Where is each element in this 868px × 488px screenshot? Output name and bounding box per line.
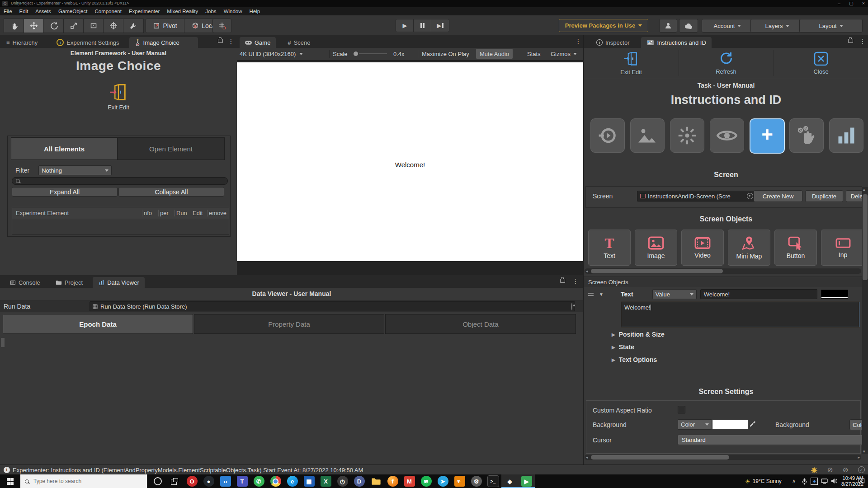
taskbar-app-firefox-icon[interactable]: f (384, 474, 401, 488)
menu-edit[interactable]: Edit (16, 9, 32, 14)
taskbar-app-clock-icon[interactable]: ◷ (334, 474, 351, 488)
tab-instructions-and-id[interactable]: Instructions and ID (641, 37, 711, 48)
drag-handle-icon[interactable] (588, 293, 594, 296)
lock-icon[interactable] (848, 39, 853, 43)
data-element-icon[interactable] (829, 118, 863, 153)
menu-experimenter[interactable]: Experimenter (125, 9, 163, 14)
preview-packages-button[interactable]: Preview Packages in Use (559, 19, 648, 32)
menu-window[interactable]: Window (220, 9, 246, 14)
kebab-menu-icon[interactable]: ⋮ (572, 277, 579, 285)
grid-snap-icon[interactable] (212, 19, 231, 33)
tab-game[interactable]: Game (240, 37, 276, 48)
stats-toggle[interactable]: Stats (527, 48, 541, 60)
visibility-element-icon[interactable] (710, 118, 744, 153)
background-color-swatch[interactable] (712, 420, 748, 429)
collapse-all-button[interactable]: Collapse All (118, 187, 224, 197)
value-mode-dropdown[interactable]: Value (652, 289, 697, 299)
create-new-button[interactable]: Create New (754, 190, 802, 202)
debugger-bug-icon[interactable] (811, 466, 818, 474)
tab-property-data[interactable]: Property Data (194, 314, 384, 334)
taskbar-app-teams-icon[interactable]: T (234, 474, 250, 488)
search-input[interactable] (33, 478, 134, 485)
kebab-menu-icon[interactable]: ⋮ (859, 38, 866, 45)
palette-scrollbar[interactable]: ◂ (585, 268, 861, 274)
foldout-position-size[interactable]: ▶Position & Size (612, 331, 665, 338)
account-dropdown[interactable]: Account (702, 19, 753, 33)
kebab-menu-icon[interactable]: ⋮ (228, 38, 234, 45)
taskbar-app-gmail-icon[interactable]: M (401, 474, 418, 488)
taskbar-app-settings-icon[interactable]: ⚙ (468, 474, 485, 488)
slider-thumb[interactable] (354, 52, 358, 56)
screen-object-field[interactable]: InstructionsAndID-Screen (Scre (637, 191, 756, 202)
enter-element-icon[interactable] (590, 118, 625, 153)
task-view-icon[interactable] (166, 474, 183, 488)
exit-edit-button[interactable]: Exit Edit (584, 49, 679, 77)
layers-dropdown[interactable]: Layers (750, 19, 804, 33)
taskbar-app-folder-icon[interactable] (368, 474, 384, 488)
tray-expand-icon[interactable]: ∧ (792, 478, 796, 484)
scroll-left-icon[interactable]: ◂ (586, 269, 588, 273)
scroll-left-icon[interactable]: ◂ (586, 455, 588, 460)
taskbar-app-rss-icon[interactable]: ᯤ (451, 474, 468, 488)
refresh-button[interactable]: Refresh (679, 49, 774, 77)
exit-edit-block[interactable]: Exit Edit (0, 82, 237, 111)
status-bar[interactable]: i Experimenter: Instructions and ID (Ele… (0, 465, 868, 475)
move-tool-icon[interactable] (24, 19, 44, 33)
eyedropper-icon[interactable] (749, 420, 756, 427)
taskbar-app-github-icon[interactable]: ● (200, 474, 217, 488)
text-color-swatch[interactable] (821, 290, 848, 299)
tab-scene[interactable]: # Scene (282, 37, 316, 48)
cache-disabled-icon[interactable]: ⊘ (827, 466, 833, 474)
menu-component[interactable]: Component (91, 9, 125, 14)
microphone-icon[interactable] (802, 478, 807, 485)
transform-tool-icon[interactable] (103, 19, 124, 33)
vertical-scrollbar-thumb[interactable] (1, 338, 5, 347)
scale-slider[interactable] (354, 48, 387, 60)
aspect-ratio-checkbox[interactable] (678, 406, 685, 413)
close-panel-button[interactable]: Close (774, 49, 868, 77)
kebab-menu-icon[interactable]: ⋮ (575, 38, 581, 45)
image-element-icon[interactable] (630, 118, 665, 153)
tab-image-choice[interactable]: Image Choice (129, 37, 198, 48)
foldout-text-options[interactable]: ▶Text Options (612, 356, 657, 363)
tab-open-element[interactable]: Open Element (117, 137, 225, 160)
minimize-button[interactable]: – (834, 0, 844, 7)
expand-all-button[interactable]: Expand All (12, 187, 118, 197)
collab-status-check-icon[interactable]: ✓ (858, 466, 865, 473)
pivot-toggle[interactable]: Pivot (146, 19, 184, 33)
taskbar-app-terminal-icon[interactable]: >_ (485, 474, 501, 488)
taskbar-app-game-icon[interactable]: ▶ (518, 474, 535, 488)
weather-widget[interactable]: ☀ 19°C Sunny (745, 474, 782, 488)
text-value-field[interactable]: Welcome! (700, 289, 817, 299)
taskbar-app-unity-icon[interactable]: ◈ (501, 474, 518, 488)
object-picker-icon[interactable] (747, 193, 753, 199)
taskbar-search[interactable] (20, 474, 147, 488)
scale-tool-icon[interactable] (63, 19, 84, 33)
lock-icon[interactable] (218, 39, 223, 43)
tab-hierarchy[interactable]: ≡ Hierarchy (1, 37, 43, 48)
close-button[interactable]: × (859, 0, 868, 7)
notification-center-icon[interactable] (858, 478, 865, 484)
element-search-input[interactable] (12, 177, 228, 185)
notifications-muted-icon[interactable]: ⊘ (843, 466, 849, 474)
taskbar-app-spotify-icon[interactable]: ≋ (418, 474, 434, 488)
palette-input-button[interactable]: Inp (821, 230, 865, 266)
taskbar-app-opera-icon[interactable]: O (184, 474, 200, 488)
maximize-button[interactable]: ▢ (846, 0, 856, 7)
play-button[interactable]: ▶ (396, 19, 414, 32)
tab-inspector[interactable]: i Inspector (591, 37, 635, 48)
collab-icon[interactable] (659, 19, 677, 33)
taskbar-app-discord-icon[interactable]: D (351, 474, 368, 488)
tab-project[interactable]: Project (50, 277, 88, 288)
cortana-icon[interactable] (149, 474, 166, 488)
tab-object-data[interactable]: Object Data (385, 314, 576, 334)
custom-tool-icon[interactable] (123, 19, 144, 33)
scroll-down-icon[interactable]: ▾ (863, 449, 865, 454)
onedrive-sync-icon[interactable] (811, 478, 818, 485)
taskbar-app-office-icon[interactable]: ▦ (301, 474, 317, 488)
foldout-open-icon[interactable]: ▼ (599, 292, 604, 297)
maximize-on-play-toggle[interactable]: Maximize On Play (422, 48, 469, 60)
scroll-right-icon[interactable]: ▸ (858, 455, 860, 460)
add-element-icon[interactable]: + (750, 118, 785, 154)
background-mode-dropdown[interactable]: Color (678, 419, 712, 430)
